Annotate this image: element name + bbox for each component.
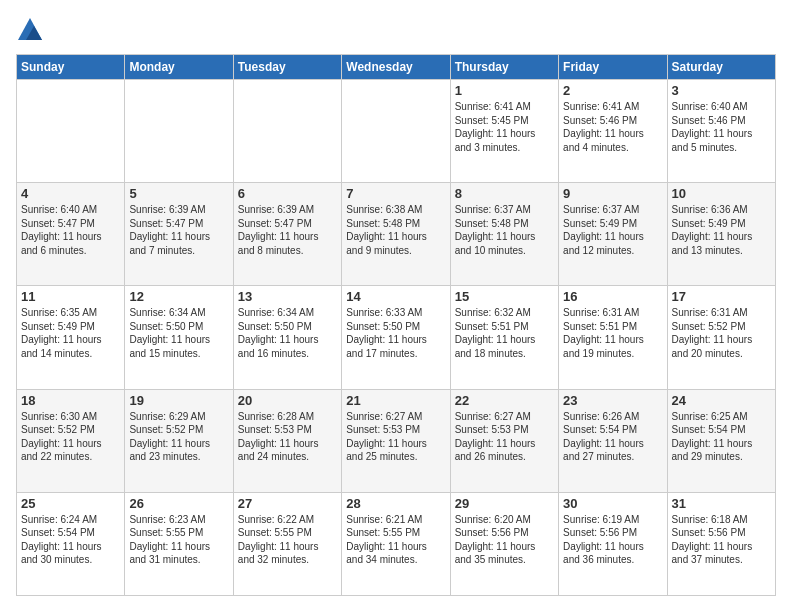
day-number: 22	[455, 393, 554, 408]
header-row: SundayMondayTuesdayWednesdayThursdayFrid…	[17, 55, 776, 80]
day-cell: 27Sunrise: 6:22 AM Sunset: 5:55 PM Dayli…	[233, 492, 341, 595]
day-cell: 13Sunrise: 6:34 AM Sunset: 5:50 PM Dayli…	[233, 286, 341, 389]
header	[16, 16, 776, 44]
day-info: Sunrise: 6:41 AM Sunset: 5:46 PM Dayligh…	[563, 100, 662, 154]
day-info: Sunrise: 6:34 AM Sunset: 5:50 PM Dayligh…	[129, 306, 228, 360]
day-info: Sunrise: 6:26 AM Sunset: 5:54 PM Dayligh…	[563, 410, 662, 464]
day-info: Sunrise: 6:31 AM Sunset: 5:51 PM Dayligh…	[563, 306, 662, 360]
day-info: Sunrise: 6:34 AM Sunset: 5:50 PM Dayligh…	[238, 306, 337, 360]
day-cell	[342, 80, 450, 183]
day-info: Sunrise: 6:40 AM Sunset: 5:46 PM Dayligh…	[672, 100, 771, 154]
day-cell: 18Sunrise: 6:30 AM Sunset: 5:52 PM Dayli…	[17, 389, 125, 492]
day-cell: 30Sunrise: 6:19 AM Sunset: 5:56 PM Dayli…	[559, 492, 667, 595]
logo-icon	[16, 16, 44, 44]
day-info: Sunrise: 6:23 AM Sunset: 5:55 PM Dayligh…	[129, 513, 228, 567]
day-number: 16	[563, 289, 662, 304]
day-cell	[233, 80, 341, 183]
day-number: 13	[238, 289, 337, 304]
day-number: 25	[21, 496, 120, 511]
page: SundayMondayTuesdayWednesdayThursdayFrid…	[0, 0, 792, 612]
day-number: 30	[563, 496, 662, 511]
day-number: 20	[238, 393, 337, 408]
day-number: 9	[563, 186, 662, 201]
day-number: 10	[672, 186, 771, 201]
col-header-wednesday: Wednesday	[342, 55, 450, 80]
day-number: 17	[672, 289, 771, 304]
day-number: 12	[129, 289, 228, 304]
day-number: 4	[21, 186, 120, 201]
day-info: Sunrise: 6:29 AM Sunset: 5:52 PM Dayligh…	[129, 410, 228, 464]
day-cell: 19Sunrise: 6:29 AM Sunset: 5:52 PM Dayli…	[125, 389, 233, 492]
week-row-4: 25Sunrise: 6:24 AM Sunset: 5:54 PM Dayli…	[17, 492, 776, 595]
day-cell: 6Sunrise: 6:39 AM Sunset: 5:47 PM Daylig…	[233, 183, 341, 286]
day-cell: 14Sunrise: 6:33 AM Sunset: 5:50 PM Dayli…	[342, 286, 450, 389]
calendar-header: SundayMondayTuesdayWednesdayThursdayFrid…	[17, 55, 776, 80]
day-cell: 5Sunrise: 6:39 AM Sunset: 5:47 PM Daylig…	[125, 183, 233, 286]
day-info: Sunrise: 6:39 AM Sunset: 5:47 PM Dayligh…	[238, 203, 337, 257]
day-info: Sunrise: 6:30 AM Sunset: 5:52 PM Dayligh…	[21, 410, 120, 464]
day-info: Sunrise: 6:32 AM Sunset: 5:51 PM Dayligh…	[455, 306, 554, 360]
week-row-0: 1Sunrise: 6:41 AM Sunset: 5:45 PM Daylig…	[17, 80, 776, 183]
day-number: 14	[346, 289, 445, 304]
day-cell: 28Sunrise: 6:21 AM Sunset: 5:55 PM Dayli…	[342, 492, 450, 595]
day-number: 5	[129, 186, 228, 201]
col-header-friday: Friday	[559, 55, 667, 80]
day-info: Sunrise: 6:37 AM Sunset: 5:48 PM Dayligh…	[455, 203, 554, 257]
day-cell: 24Sunrise: 6:25 AM Sunset: 5:54 PM Dayli…	[667, 389, 775, 492]
day-info: Sunrise: 6:31 AM Sunset: 5:52 PM Dayligh…	[672, 306, 771, 360]
day-info: Sunrise: 6:28 AM Sunset: 5:53 PM Dayligh…	[238, 410, 337, 464]
calendar-table: SundayMondayTuesdayWednesdayThursdayFrid…	[16, 54, 776, 596]
day-number: 6	[238, 186, 337, 201]
day-info: Sunrise: 6:24 AM Sunset: 5:54 PM Dayligh…	[21, 513, 120, 567]
day-info: Sunrise: 6:33 AM Sunset: 5:50 PM Dayligh…	[346, 306, 445, 360]
day-cell: 4Sunrise: 6:40 AM Sunset: 5:47 PM Daylig…	[17, 183, 125, 286]
day-cell: 26Sunrise: 6:23 AM Sunset: 5:55 PM Dayli…	[125, 492, 233, 595]
day-number: 27	[238, 496, 337, 511]
day-cell: 21Sunrise: 6:27 AM Sunset: 5:53 PM Dayli…	[342, 389, 450, 492]
day-cell: 31Sunrise: 6:18 AM Sunset: 5:56 PM Dayli…	[667, 492, 775, 595]
day-cell: 2Sunrise: 6:41 AM Sunset: 5:46 PM Daylig…	[559, 80, 667, 183]
day-cell: 7Sunrise: 6:38 AM Sunset: 5:48 PM Daylig…	[342, 183, 450, 286]
day-cell	[17, 80, 125, 183]
day-number: 31	[672, 496, 771, 511]
day-cell: 9Sunrise: 6:37 AM Sunset: 5:49 PM Daylig…	[559, 183, 667, 286]
day-number: 21	[346, 393, 445, 408]
day-info: Sunrise: 6:25 AM Sunset: 5:54 PM Dayligh…	[672, 410, 771, 464]
day-number: 11	[21, 289, 120, 304]
day-cell: 12Sunrise: 6:34 AM Sunset: 5:50 PM Dayli…	[125, 286, 233, 389]
col-header-sunday: Sunday	[17, 55, 125, 80]
week-row-1: 4Sunrise: 6:40 AM Sunset: 5:47 PM Daylig…	[17, 183, 776, 286]
day-info: Sunrise: 6:22 AM Sunset: 5:55 PM Dayligh…	[238, 513, 337, 567]
day-cell: 8Sunrise: 6:37 AM Sunset: 5:48 PM Daylig…	[450, 183, 558, 286]
day-info: Sunrise: 6:19 AM Sunset: 5:56 PM Dayligh…	[563, 513, 662, 567]
day-number: 15	[455, 289, 554, 304]
day-number: 19	[129, 393, 228, 408]
day-cell: 22Sunrise: 6:27 AM Sunset: 5:53 PM Dayli…	[450, 389, 558, 492]
day-info: Sunrise: 6:41 AM Sunset: 5:45 PM Dayligh…	[455, 100, 554, 154]
day-info: Sunrise: 6:20 AM Sunset: 5:56 PM Dayligh…	[455, 513, 554, 567]
day-number: 29	[455, 496, 554, 511]
day-cell: 11Sunrise: 6:35 AM Sunset: 5:49 PM Dayli…	[17, 286, 125, 389]
day-info: Sunrise: 6:38 AM Sunset: 5:48 PM Dayligh…	[346, 203, 445, 257]
week-row-2: 11Sunrise: 6:35 AM Sunset: 5:49 PM Dayli…	[17, 286, 776, 389]
day-number: 1	[455, 83, 554, 98]
day-info: Sunrise: 6:37 AM Sunset: 5:49 PM Dayligh…	[563, 203, 662, 257]
day-number: 24	[672, 393, 771, 408]
day-info: Sunrise: 6:40 AM Sunset: 5:47 PM Dayligh…	[21, 203, 120, 257]
day-info: Sunrise: 6:18 AM Sunset: 5:56 PM Dayligh…	[672, 513, 771, 567]
day-number: 2	[563, 83, 662, 98]
col-header-tuesday: Tuesday	[233, 55, 341, 80]
day-info: Sunrise: 6:36 AM Sunset: 5:49 PM Dayligh…	[672, 203, 771, 257]
day-number: 23	[563, 393, 662, 408]
day-cell	[125, 80, 233, 183]
day-number: 18	[21, 393, 120, 408]
day-cell: 23Sunrise: 6:26 AM Sunset: 5:54 PM Dayli…	[559, 389, 667, 492]
day-cell: 3Sunrise: 6:40 AM Sunset: 5:46 PM Daylig…	[667, 80, 775, 183]
day-cell: 15Sunrise: 6:32 AM Sunset: 5:51 PM Dayli…	[450, 286, 558, 389]
logo	[16, 16, 48, 44]
day-number: 26	[129, 496, 228, 511]
day-cell: 17Sunrise: 6:31 AM Sunset: 5:52 PM Dayli…	[667, 286, 775, 389]
day-cell: 20Sunrise: 6:28 AM Sunset: 5:53 PM Dayli…	[233, 389, 341, 492]
day-info: Sunrise: 6:21 AM Sunset: 5:55 PM Dayligh…	[346, 513, 445, 567]
week-row-3: 18Sunrise: 6:30 AM Sunset: 5:52 PM Dayli…	[17, 389, 776, 492]
